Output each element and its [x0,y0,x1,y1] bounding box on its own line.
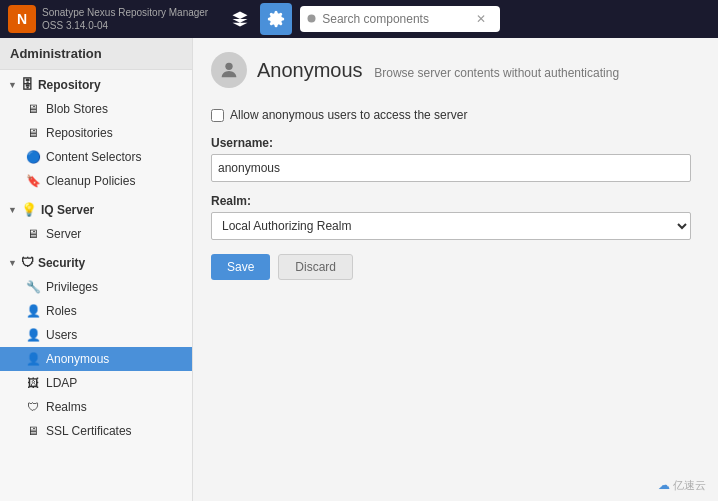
anonymous-checkbox-row: Allow anonymous users to access the serv… [211,108,700,122]
svg-point-1 [225,63,232,70]
cube-nav-button[interactable] [224,3,256,35]
realm-select[interactable]: Local Authorizing Realm NuGet API-Key Re… [211,212,691,240]
main-layout: Administration ▼ 🗄 Repository 🖥 Blob Sto… [0,38,718,501]
iq-server-group-label: IQ Server [41,203,94,217]
iq-server-arrow-icon: ▼ [8,205,17,215]
logo-icon: N [8,5,36,33]
gear-nav-button[interactable] [260,3,292,35]
sidebar-item-server[interactable]: 🖥 Server [0,222,192,246]
svg-point-0 [308,15,316,23]
blob-stores-label: Blob Stores [46,102,108,116]
realms-label: Realms [46,400,87,414]
sidebar-group-security[interactable]: ▼ 🛡 Security [0,250,192,275]
app-version: OSS 3.14.0-04 [42,19,208,32]
username-label: Username: [211,136,700,150]
app-logo: N Sonatype Nexus Repository Manager OSS … [8,5,208,33]
app-title-text: Sonatype Nexus Repository Manager [42,6,208,19]
form-buttons: Save Discard [211,254,700,280]
username-field-group: Username: [211,136,700,182]
sidebar-group-iq-server[interactable]: ▼ 💡 IQ Server [0,197,192,222]
sidebar-item-cleanup-policies[interactable]: 🔖 Cleanup Policies [0,169,192,193]
search-input[interactable] [322,12,472,26]
app-title: Sonatype Nexus Repository Manager OSS 3.… [42,6,208,32]
content-title: Anonymous [257,59,363,81]
privileges-label: Privileges [46,280,98,294]
sidebar-item-repositories[interactable]: 🖥 Repositories [0,121,192,145]
sidebar-item-ldap[interactable]: 🖼 LDAP [0,371,192,395]
repositories-label: Repositories [46,126,113,140]
repository-arrow-icon: ▼ [8,80,17,90]
privileges-icon: 🔧 [26,280,40,294]
sidebar-item-blob-stores[interactable]: 🖥 Blob Stores [0,97,192,121]
save-button[interactable]: Save [211,254,270,280]
security-group-icon: 🛡 [21,255,34,270]
discard-button[interactable]: Discard [278,254,353,280]
security-group-label: Security [38,256,85,270]
sidebar-section-iq-server: ▼ 💡 IQ Server 🖥 Server [0,195,192,248]
content-selectors-label: Content Selectors [46,150,141,164]
allow-anonymous-checkbox[interactable] [211,109,224,122]
security-arrow-icon: ▼ [8,258,17,268]
content-header: Anonymous Browse server contents without… [193,38,718,98]
roles-label: Roles [46,304,77,318]
username-input[interactable] [211,154,691,182]
ssl-certificates-icon: 🖥 [26,424,40,438]
sidebar-item-privileges[interactable]: 🔧 Privileges [0,275,192,299]
search-clear-button[interactable]: ✕ [476,12,486,26]
realms-icon: 🛡 [26,400,40,414]
server-icon: 🖥 [26,227,40,241]
iq-server-group-icon: 💡 [21,202,37,217]
sidebar-section-security: ▼ 🛡 Security 🔧 Privileges 👤 Roles 👤 User… [0,248,192,445]
anonymous-header-icon [218,59,240,81]
sidebar-section-repository: ▼ 🗄 Repository 🖥 Blob Stores 🖥 Repositor… [0,70,192,195]
ssl-certificates-label: SSL Certificates [46,424,132,438]
users-label: Users [46,328,77,342]
sidebar-item-roles[interactable]: 👤 Roles [0,299,192,323]
sidebar-item-realms[interactable]: 🛡 Realms [0,395,192,419]
blob-stores-icon: 🖥 [26,102,40,116]
cloud-icon: ☁ [658,478,670,492]
topbar-nav-icons [224,3,292,35]
ldap-icon: 🖼 [26,376,40,390]
content-area: Anonymous Browse server contents without… [193,38,718,501]
search-icon [306,13,318,25]
topbar: N Sonatype Nexus Repository Manager OSS … [0,0,718,38]
settings-icon [267,10,285,28]
anonymous-icon: 👤 [26,352,40,366]
sidebar-item-users[interactable]: 👤 Users [0,323,192,347]
cleanup-policies-icon: 🔖 [26,174,40,188]
allow-anonymous-label: Allow anonymous users to access the serv… [230,108,467,122]
realm-field-group: Realm: Local Authorizing Realm NuGet API… [211,194,700,240]
sidebar-item-content-selectors[interactable]: 🔵 Content Selectors [0,145,192,169]
cube-icon [231,10,249,28]
repository-group-label: Repository [38,78,101,92]
search-bar: ✕ [300,6,500,32]
sidebar-item-anonymous[interactable]: 👤 Anonymous [0,347,192,371]
watermark-text: 亿速云 [673,479,706,491]
roles-icon: 👤 [26,304,40,318]
sidebar-header: Administration [0,38,192,70]
content-header-icon [211,52,247,88]
sidebar-group-repository[interactable]: ▼ 🗄 Repository [0,72,192,97]
sidebar-item-ssl-certificates[interactable]: 🖥 SSL Certificates [0,419,192,443]
server-label: Server [46,227,81,241]
content-body: Allow anonymous users to access the serv… [193,98,718,290]
realm-label: Realm: [211,194,700,208]
repositories-icon: 🖥 [26,126,40,140]
sidebar: Administration ▼ 🗄 Repository 🖥 Blob Sto… [0,38,193,501]
repository-group-icon: 🗄 [21,77,34,92]
anonymous-label: Anonymous [46,352,109,366]
users-icon: 👤 [26,328,40,342]
cleanup-policies-label: Cleanup Policies [46,174,135,188]
content-selectors-icon: 🔵 [26,150,40,164]
content-header-text: Anonymous Browse server contents without… [257,59,619,82]
ldap-label: LDAP [46,376,77,390]
content-description: Browse server contents without authentic… [374,66,619,80]
watermark: ☁ 亿速云 [658,478,706,493]
